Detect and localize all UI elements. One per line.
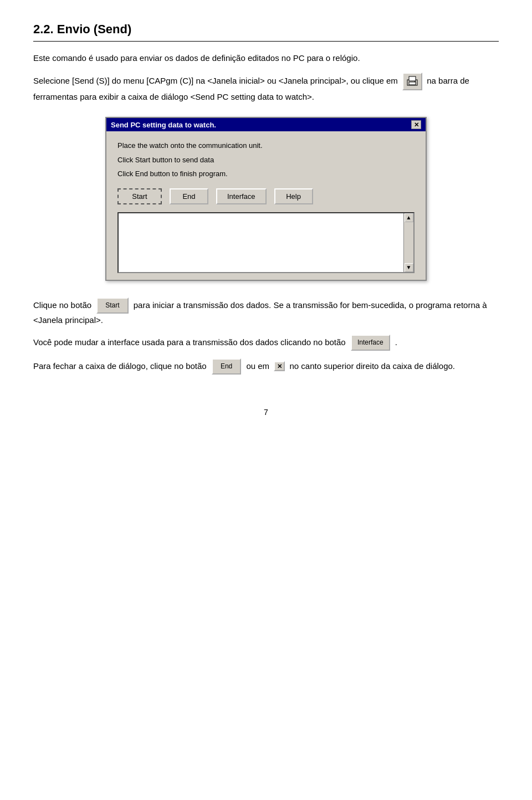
paragraph-5-middle: ou em (246, 361, 269, 370)
send-icon-svg (406, 75, 418, 88)
paragraph-1: Este comando é usado para enviar os dado… (33, 52, 499, 65)
paragraph-2-before: Selecione [Send (S)] do menu [CAPgm (C)]… (33, 76, 398, 85)
dialog-buttons-row: Start End Interface Help (117, 188, 415, 204)
section-heading: 2.2. Envio (Send) (33, 22, 499, 42)
toolbar-send-icon (402, 73, 422, 90)
dialog-end-button[interactable]: End (170, 188, 208, 204)
dialog-listbox: ▲ ▼ (117, 212, 415, 273)
dialog-close-button[interactable]: ✕ (411, 120, 421, 129)
svg-point-3 (415, 81, 416, 82)
inline-close-x-icon: ✕ (274, 361, 285, 371)
dialog-line-1: Place the watch onto the communication u… (117, 140, 415, 151)
paragraph-3: Clique no botão Start para iniciar a tra… (33, 298, 499, 327)
dialog-body: Place the watch onto the communication u… (106, 131, 426, 280)
dialog-help-button[interactable]: Help (274, 188, 313, 204)
paragraph-2: Selecione [Send (S)] do menu [CAPgm (C)]… (33, 73, 499, 104)
paragraph-5-after: no canto superior direito da caixa de di… (289, 361, 455, 370)
dialog-title: Send PC setting data to watch. (111, 121, 216, 129)
send-dialog: Send PC setting data to watch. ✕ Place t… (105, 117, 427, 281)
paragraph-4-after: . (395, 337, 397, 346)
scroll-down-arrow[interactable]: ▼ (405, 263, 413, 272)
dialog-line-2: Click Start button to send data (117, 155, 415, 166)
dialog-start-button[interactable]: Start (117, 188, 162, 204)
inline-interface-button: Interface (351, 335, 390, 351)
paragraph-5: Para fechar a caixa de diálogo, clique n… (33, 358, 499, 375)
dialog-line-3: Click End button to finish program. (117, 168, 415, 180)
dialog-scrollbar[interactable]: ▲ ▼ (403, 213, 413, 272)
inline-end-button: End (212, 358, 241, 375)
paragraph-4-before: Você pode mudar a interface usada para a… (33, 337, 346, 346)
paragraph-1-text: Este comando é usado para enviar os dado… (33, 53, 360, 63)
svg-rect-1 (409, 76, 416, 81)
svg-rect-2 (409, 82, 416, 85)
inline-start-button: Start (96, 298, 128, 314)
paragraph-4: Você pode mudar a interface usada para a… (33, 335, 499, 351)
paragraph-3-before: Clique no botão (33, 300, 91, 309)
dialog-titlebar: Send PC setting data to watch. ✕ (106, 118, 426, 131)
paragraph-5-before: Para fechar a caixa de diálogo, clique n… (33, 361, 207, 370)
dialog-interface-button[interactable]: Interface (216, 188, 267, 204)
dialog-wrapper: Send PC setting data to watch. ✕ Place t… (33, 117, 499, 281)
scroll-up-arrow[interactable]: ▲ (405, 213, 413, 222)
page-number: 7 (33, 408, 499, 417)
